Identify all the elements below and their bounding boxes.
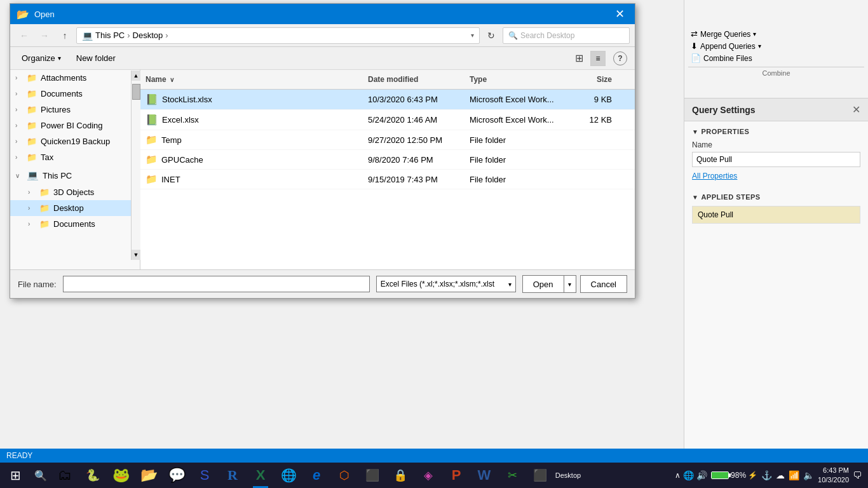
address-dropdown-arrow[interactable]: ▾ xyxy=(471,32,474,39)
folder2-icon: 📂 xyxy=(140,467,158,484)
name-input[interactable] xyxy=(692,152,860,167)
merge-queries-button[interactable]: ⇄ Merge Queries ▾ xyxy=(688,28,864,40)
organize-button[interactable]: Organize ▾ xyxy=(18,51,65,65)
file-date-stocklist: 10/3/2020 6:43 PM xyxy=(363,93,465,106)
sidebar-label-attachments: Attachments xyxy=(41,73,86,83)
status-text: READY xyxy=(6,451,32,460)
speaker2-icon[interactable]: 🔈 xyxy=(803,470,814,480)
cloud-icon[interactable]: ☁ xyxy=(776,470,785,480)
file-row-excel[interactable]: 📗 Excel.xlsx 5/24/2020 1:46 AM Microsoft… xyxy=(140,110,635,130)
open-dropdown-button[interactable]: ▾ xyxy=(564,275,576,293)
sidebar-label-powerbi-coding: Power BI Coding xyxy=(41,121,103,130)
sidebar-item-documents[interactable]: › 📁 Documents xyxy=(10,86,140,102)
sort-arrow: ∨ xyxy=(170,76,174,83)
sound-icon[interactable]: 🔊 xyxy=(696,470,707,480)
taskbar-app-vpn[interactable]: ◈ xyxy=(414,463,442,488)
sidebar-item-tax[interactable]: › 📁 Tax xyxy=(10,149,140,165)
view-toggle-button[interactable]: ≡ xyxy=(590,51,606,66)
refresh-button[interactable]: ↻ xyxy=(482,28,500,43)
taskbar-app-explorer[interactable]: 🗂 xyxy=(51,463,79,488)
taskbar-app-password[interactable]: 🔒 xyxy=(386,463,414,488)
open-button[interactable]: Open xyxy=(522,275,564,293)
query-settings-title: Query Settings xyxy=(692,105,756,115)
wifi-icon[interactable]: 📶 xyxy=(789,470,799,480)
merge-dropdown-arrow[interactable]: ▾ xyxy=(753,30,756,37)
back-button[interactable]: ← xyxy=(15,28,33,43)
sidebar-label-this-pc: This PC xyxy=(43,171,72,180)
name-field-label: Name xyxy=(692,140,860,149)
col-header-name[interactable]: Name ∨ xyxy=(140,72,363,86)
taskbar-app-edge[interactable]: e xyxy=(302,463,330,488)
taskbar-app-powerpoint[interactable]: P xyxy=(442,463,470,488)
new-folder-button[interactable]: New folder xyxy=(72,51,119,65)
taskbar-app-frog[interactable]: 🐸 xyxy=(107,463,135,488)
folder-icon-pictures: 📁 xyxy=(27,105,37,114)
step-item-quote-pull[interactable]: Quote Pull xyxy=(692,206,860,224)
taskbar-app-greenshot[interactable]: ✂ xyxy=(498,463,526,488)
file-row-inet[interactable]: 📁 INET 9/15/2019 7:43 PM File folder xyxy=(140,170,635,189)
password-icon: 🔒 xyxy=(393,468,407,482)
notification-icon[interactable]: 🗨 xyxy=(853,470,862,480)
chevron-up-icon[interactable]: ∧ xyxy=(675,471,681,480)
desktop-label-text: Desktop xyxy=(555,471,581,479)
file-row-gpucache[interactable]: 📁 GPUCache 9/8/2020 7:46 PM File folder xyxy=(140,150,635,170)
taskbar-app-word[interactable]: W xyxy=(470,463,498,488)
battery-area[interactable]: 98% ⚡ xyxy=(711,471,757,480)
sidebar-item-quicken-backup[interactable]: › 📁 Quicken19 Backup xyxy=(10,133,140,149)
sidebar-group-this-pc: ∨ 💻 This PC › 📁 3D Objects › 📁 Desktop ›… xyxy=(10,166,140,232)
system-tray-icons: ∧ 🌐 🔊 xyxy=(675,470,707,480)
sidebar-item-powerbi-coding[interactable]: › 📁 Power BI Coding xyxy=(10,118,140,133)
sidebar-item-desktop[interactable]: › 📁 Desktop xyxy=(10,200,140,216)
dialog-close-button[interactable]: ✕ xyxy=(611,5,628,23)
taskbar-search-button[interactable]: 🔍 xyxy=(31,463,51,488)
taskbar-app-r[interactable]: R xyxy=(219,463,247,488)
taskbar-app-misc1[interactable]: ⬡ xyxy=(330,463,358,488)
combine-files-button[interactable]: 📄 Combine Files xyxy=(688,52,864,64)
taskbar-app-excel[interactable]: X xyxy=(247,463,275,488)
address-bar[interactable]: 💻 This PC › Desktop › ▾ xyxy=(76,27,480,44)
sidebar-item-pictures[interactable]: › 📁 Pictures xyxy=(10,102,140,118)
help-button[interactable]: ? xyxy=(613,51,627,65)
folder-icon-powerbi-coding: 📁 xyxy=(27,121,37,130)
append-queries-button[interactable]: ⬇ Append Queries ▾ xyxy=(688,40,864,52)
taskbar-app-snake[interactable]: 🐍 xyxy=(79,463,107,488)
cancel-button[interactable]: Cancel xyxy=(580,275,627,293)
up-button[interactable]: ↑ xyxy=(56,28,74,43)
sidebar-item-this-pc[interactable]: ∨ 💻 This PC xyxy=(10,166,140,184)
taskbar-app-powerbi[interactable]: ⬛ xyxy=(358,463,386,488)
sidebar-item-documents-pc[interactable]: › 📁 Documents xyxy=(10,216,140,232)
file-row-temp[interactable]: 📁 Temp 9/27/2020 12:50 PM File folder xyxy=(140,130,635,150)
taskbar-app-desktop-label[interactable]: Desktop xyxy=(554,463,582,488)
col-header-size[interactable]: Size xyxy=(566,72,617,86)
sidebar-scrollbar[interactable]: ▲ ▼ xyxy=(131,71,140,260)
search-box[interactable]: 🔍 Search Desktop xyxy=(503,27,630,44)
col-header-type[interactable]: Type xyxy=(465,72,566,86)
network-icon[interactable]: 🌐 xyxy=(683,470,694,480)
col-header-date[interactable]: Date modified xyxy=(363,72,465,86)
scroll-up-arrow[interactable]: ▲ xyxy=(132,71,140,81)
all-properties-link[interactable]: All Properties xyxy=(692,172,737,180)
sidebar-item-3d-objects[interactable]: › 📁 3D Objects xyxy=(10,184,140,200)
append-dropdown-arrow[interactable]: ▾ xyxy=(758,43,761,50)
powerbi-icon: ⬛ xyxy=(365,468,379,482)
scroll-thumb[interactable] xyxy=(132,84,140,100)
usb-icon[interactable]: ⚓ xyxy=(761,470,772,480)
view-change-button[interactable]: ⊞ xyxy=(570,51,588,66)
taskbar-app-misc2[interactable]: ⬛ xyxy=(526,463,554,488)
file-row-stocklist[interactable]: 📗 StockList.xlsx 10/3/2020 6:43 PM Micro… xyxy=(140,90,635,110)
forward-button[interactable]: → xyxy=(36,28,53,43)
scroll-down-arrow[interactable]: ▼ xyxy=(132,250,140,260)
filetype-select[interactable]: Excel Files (*.xl;*.xlsx;*.xlsm;*.xlst ▾ xyxy=(376,276,516,292)
start-button[interactable]: ⊞ xyxy=(0,463,31,488)
taskbar-app-skype[interactable]: 💬 xyxy=(163,463,191,488)
taskbar-clock[interactable]: 6:43 PM 10/3/2020 xyxy=(818,466,849,485)
sidebar-label-docs: Documents xyxy=(53,219,95,229)
filename-input[interactable] xyxy=(63,276,370,292)
taskbar-app-chrome[interactable]: 🌐 xyxy=(275,463,302,488)
taskbar-app-folder2[interactable]: 📂 xyxy=(135,463,163,488)
taskbar-app-solitaire[interactable]: S xyxy=(191,463,219,488)
sidebar-item-attachments[interactable]: › 📁 Attachments xyxy=(10,70,140,86)
query-settings-close-button[interactable]: ✕ xyxy=(852,104,860,116)
clock-date: 10/3/2020 xyxy=(818,475,849,485)
folder-icon-temp: 📁 xyxy=(146,134,158,146)
